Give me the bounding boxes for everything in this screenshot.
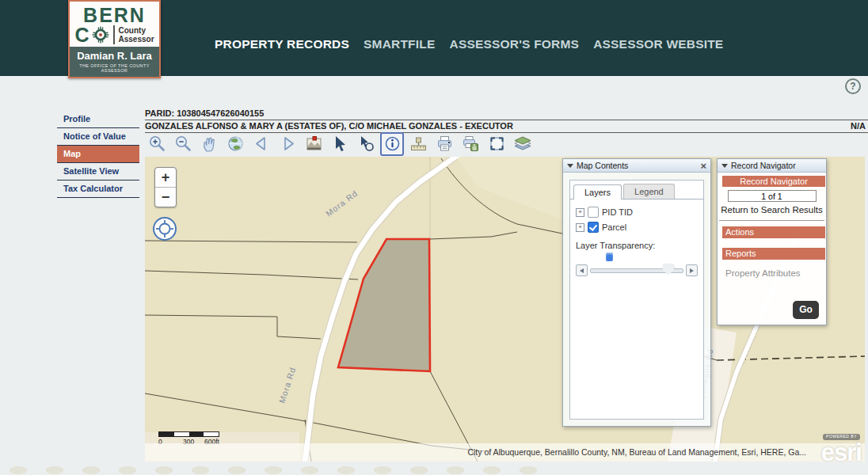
- collapse-icon[interactable]: [567, 164, 573, 168]
- sidebar-item-map[interactable]: Map: [57, 146, 139, 163]
- transparency-slider: [576, 264, 698, 276]
- logo-top: BERN C County Assessor: [68, 0, 161, 47]
- map-attribution: City of Albuquerque, Bernalillo County, …: [145, 443, 865, 462]
- nav-smartfile[interactable]: SMARTFILE: [364, 37, 436, 51]
- measure-icon: [409, 135, 428, 153]
- toolbar-pan-button[interactable]: [197, 132, 221, 156]
- layers-icon: [513, 135, 532, 153]
- go-button[interactable]: Go: [793, 301, 819, 319]
- collapse-icon[interactable]: [721, 164, 728, 168]
- esri-wordmark: esri: [821, 440, 862, 462]
- map-contents-titlebar[interactable]: Map Contents ×: [563, 159, 710, 173]
- property-attributes-link[interactable]: Property Attributes: [725, 268, 826, 278]
- owner-name: GONZALES ALFONSO & MARY A (ESTATES OF), …: [145, 121, 513, 131]
- globe-icon: [227, 135, 245, 153]
- nav-property-records[interactable]: PROPERTY RECORDS: [215, 37, 349, 51]
- logo-line2: C: [74, 25, 89, 44]
- identify-pointer-icon: [357, 135, 375, 153]
- pid-tid-checkbox[interactable]: [588, 207, 599, 218]
- zoom-in-icon: [148, 135, 166, 153]
- divider: [719, 220, 824, 221]
- layer-label-pid-tid: PID TID: [602, 207, 633, 217]
- print-export-icon: [462, 135, 480, 153]
- expand-icon[interactable]: +: [576, 223, 584, 232]
- logo-divider: [113, 25, 115, 44]
- assessor-name: Damian R. Lara: [71, 50, 158, 62]
- page: PROPERTY RECORDS SMARTFILE ASSESSOR'S FO…: [0, 0, 868, 475]
- slider-left-arrow[interactable]: [576, 264, 588, 276]
- sidebar-item-satellite-view[interactable]: Satellite View: [57, 163, 139, 180]
- record-right-value: N/A: [851, 121, 866, 131]
- sidebar-item-profile[interactable]: Profile: [57, 111, 139, 128]
- sidebar-item-notice-of-value[interactable]: Notice of Value: [57, 128, 139, 146]
- logo-line1: BERN: [74, 6, 154, 25]
- toolbar-overview-map-button[interactable]: [302, 132, 326, 156]
- map-contents-title: Map Contents: [577, 161, 700, 170]
- toolbar-measure-button[interactable]: [406, 132, 430, 156]
- record-navigator-titlebar[interactable]: Record Navigator: [718, 159, 826, 173]
- record-navigator-title: Record Navigator: [731, 161, 822, 170]
- transparency-value-badge: [606, 253, 613, 261]
- toolbar-identify-button[interactable]: [354, 132, 378, 156]
- toolbar-zoom-out-button[interactable]: [171, 132, 195, 156]
- pan-hand-icon: [200, 135, 219, 153]
- nav-assessor-website[interactable]: ASSESSOR WEBSITE: [593, 37, 723, 51]
- toolbar-next-view-button[interactable]: [276, 132, 299, 156]
- logo-bottom: Damian R. Lara THE OFFICE OF THE COUNTY …: [68, 47, 161, 78]
- slider-right-arrow[interactable]: [686, 264, 698, 276]
- print-icon: [436, 135, 454, 153]
- map-contents-body: Layers Legend + PID TID + Parcel Layer T…: [569, 180, 704, 420]
- sidebar: Profile Notice of Value Map Satellite Vi…: [57, 111, 139, 198]
- toolbar-print-button[interactable]: [432, 132, 456, 156]
- nav-assessors-forms[interactable]: ASSESSOR'S FORMS: [450, 37, 580, 51]
- slider-track[interactable]: [590, 268, 683, 273]
- layer-label-parcel: Parcel: [602, 222, 626, 232]
- right-arrow-icon: [690, 268, 694, 273]
- previous-arrow-icon: [253, 135, 271, 153]
- info-icon: [383, 135, 402, 153]
- tab-legend[interactable]: Legend: [623, 184, 675, 199]
- record-navigator-banner: Record Navigator: [722, 176, 825, 187]
- layer-row-parcel: + Parcel: [576, 222, 698, 233]
- toolbar-info-button[interactable]: [380, 132, 404, 156]
- close-icon[interactable]: ×: [700, 161, 706, 171]
- layer-tabs: Layers Legend: [570, 180, 703, 200]
- toolbar-select-button[interactable]: [328, 132, 352, 156]
- slider-thumb[interactable]: [662, 264, 674, 276]
- toolbar-layers-button[interactable]: [511, 132, 535, 156]
- county-logo: BERN C County Assessor: [68, 0, 161, 78]
- road-label-mora-lower: Mora Rd: [276, 366, 297, 405]
- map-zoom-out-button[interactable]: −: [155, 188, 176, 207]
- reports-section-bar[interactable]: Reports: [722, 248, 825, 260]
- overview-map-icon: [305, 135, 323, 153]
- record-position-input[interactable]: [728, 190, 817, 202]
- map-toolbar: [145, 132, 535, 155]
- logo-sub1: County: [119, 26, 146, 35]
- map-light-patch: [455, 157, 573, 224]
- map-zoom-control: + −: [154, 167, 177, 207]
- return-to-search-results-link[interactable]: Return to Search Results: [718, 205, 826, 215]
- actions-section-bar[interactable]: Actions: [722, 226, 825, 238]
- parid-text: PARID: 103804547626040155: [145, 108, 868, 120]
- sidebar-item-tax-calculator[interactable]: Tax Calculator: [57, 180, 139, 198]
- next-arrow-icon: [279, 135, 297, 153]
- main-nav: PROPERTY RECORDS SMARTFILE ASSESSOR'S FO…: [215, 37, 723, 51]
- toolbar-export-button[interactable]: [459, 132, 482, 156]
- tab-layers[interactable]: Layers: [573, 184, 622, 200]
- toolbar-zoom-in-button[interactable]: [145, 132, 169, 156]
- record-navigator-panel: Record Navigator Record Navigator Return…: [717, 158, 827, 325]
- toolbar-full-extent-button[interactable]: [223, 132, 247, 156]
- compass-button[interactable]: [153, 217, 177, 241]
- esri-logo: POWERED BY esri: [821, 428, 862, 462]
- expand-icon[interactable]: +: [576, 208, 584, 217]
- toolbar-full-screen-button[interactable]: [485, 132, 508, 156]
- help-icon[interactable]: ?: [845, 78, 861, 94]
- assessor-tagline: THE OFFICE OF THE COUNTY ASSESSOR: [71, 63, 158, 73]
- zoom-out-icon: [174, 135, 192, 153]
- footer-pattern: [0, 462, 554, 475]
- layer-row-pid-tid: + PID TID: [576, 207, 698, 218]
- parcel-checkbox[interactable]: [588, 222, 599, 233]
- toolbar-previous-view-button[interactable]: [249, 132, 273, 156]
- transparency-label: Layer Transparency:: [576, 241, 698, 250]
- map-zoom-in-button[interactable]: +: [155, 168, 176, 188]
